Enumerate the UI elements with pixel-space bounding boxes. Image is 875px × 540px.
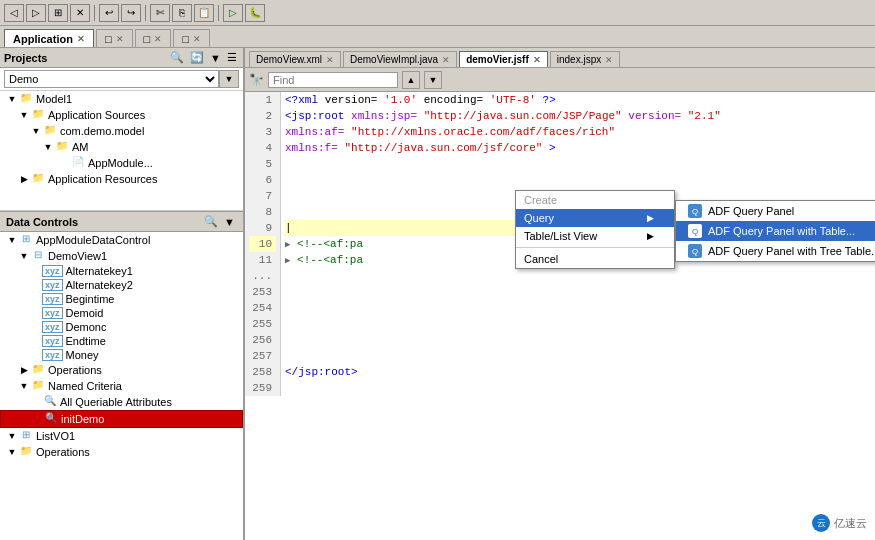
expand-am[interactable]: ▼ [42, 141, 54, 153]
layout-icon-btn[interactable]: ☰ [225, 50, 239, 65]
file-icon-appmodule: 📄 [70, 156, 86, 170]
tree-item-com-demo[interactable]: ▼ 📁 com.demo.model [0, 123, 243, 139]
tab-application[interactable]: Application ✕ [4, 29, 94, 47]
tree-item-model1[interactable]: ▼ 📁 Model1 [0, 91, 243, 107]
paste-button[interactable]: 📋 [194, 4, 214, 22]
ctx-item-cancel[interactable]: Cancel [516, 250, 674, 268]
sync-icon-btn[interactable]: 🔄 [188, 50, 206, 65]
nav-dropdown-btn[interactable]: ▼ [219, 70, 239, 88]
tab-index-jspx-label: index.jspx [557, 54, 601, 65]
tab-2[interactable]: □ ✕ [96, 29, 133, 47]
tree-item-app-resources[interactable]: ▶ 📁 Application Resources [0, 171, 243, 187]
forward-button[interactable]: ▷ [26, 4, 46, 22]
search-icon-btn[interactable]: 🔍 [168, 50, 186, 65]
ctx-sep [516, 247, 674, 248]
tree-item-begintime[interactable]: xyz Begintime [0, 292, 243, 306]
expand-app-sources[interactable]: ▼ [18, 109, 30, 121]
main-layout: Projects 🔍 🔄 ▼ ☰ Demo ▼ ▼ 📁 Model1 [0, 48, 875, 540]
expand-operations[interactable]: ▶ [18, 364, 30, 376]
db-icon-appmdc: ⊞ [18, 233, 34, 247]
tab-demovier-jsff-close[interactable]: ✕ [533, 55, 541, 65]
tree-item-app-sources[interactable]: ▼ 📁 Application Sources [0, 107, 243, 123]
tab-demoviewimpl-close[interactable]: ✕ [442, 55, 450, 65]
code-line-dots [285, 268, 871, 284]
tab-3[interactable]: □ ✕ [135, 29, 172, 47]
expand-demoview1[interactable]: ▼ [18, 250, 30, 262]
nav-dropdown-select[interactable]: Demo [4, 70, 219, 88]
tree-item-initdemo[interactable]: 🔍 initDemo [0, 410, 243, 428]
editor-content[interactable]: 1 2 3 4 5 6 7 8 9 10 11 ... 253 254 255 … [245, 92, 875, 540]
redo-button[interactable]: ↪ [121, 4, 141, 22]
tree-item-operations[interactable]: ▶ 📁 Operations [0, 362, 243, 378]
tab-application-close[interactable]: ✕ [77, 34, 85, 44]
tree-item-demonc[interactable]: xyz Demonc [0, 320, 243, 334]
find-prev-btn[interactable]: ▲ [402, 71, 420, 89]
tab-demoview-xml-close[interactable]: ✕ [326, 55, 334, 65]
find-next-btn[interactable]: ▼ [424, 71, 442, 89]
line-numbers: 1 2 3 4 5 6 7 8 9 10 11 ... 253 254 255 … [245, 92, 281, 396]
tab-application-label: Application [13, 33, 73, 45]
tab-2-close[interactable]: ✕ [116, 34, 124, 44]
sep2 [145, 5, 146, 21]
back-button[interactable]: ◁ [4, 4, 24, 22]
submenu-item-query-panel-tree[interactable]: Q ADF Query Panel with Tree Table... [676, 241, 875, 261]
tree-label-appmodule: AppModule... [88, 157, 153, 169]
tree-item-named-criteria[interactable]: ▼ 📁 Named Criteria [0, 378, 243, 394]
tree-item-altkey2[interactable]: xyz Alternatekey2 [0, 278, 243, 292]
code-line-5 [285, 156, 871, 172]
copy-button[interactable]: ⎘ [172, 4, 192, 22]
dc-filter-btn[interactable]: ▼ [222, 215, 237, 229]
expand-ops2[interactable]: ▼ [6, 446, 18, 458]
folder-icon-operations: 📁 [30, 363, 46, 377]
submenu-item-query-panel[interactable]: Q ADF Query Panel [676, 201, 875, 221]
close-button[interactable]: ✕ [70, 4, 90, 22]
find-input[interactable] [273, 74, 393, 86]
expand-com-demo[interactable]: ▼ [30, 125, 42, 137]
tree-item-listvo1[interactable]: ▼ ⊞ ListVO1 [0, 428, 243, 444]
tree-item-appmdc[interactable]: ▼ ⊞ AppModuleDataControl [0, 232, 243, 248]
expand-model1[interactable]: ▼ [6, 93, 18, 105]
expand-listvo1[interactable]: ▼ [6, 430, 18, 442]
expand-app-resources[interactable]: ▶ [18, 173, 30, 185]
filter-icon-btn[interactable]: ▼ [208, 51, 223, 65]
tree-item-ops2[interactable]: ▼ 📁 Operations [0, 444, 243, 460]
tab-4[interactable]: □ ✕ [173, 29, 210, 47]
debug-button[interactable]: 🐛 [245, 4, 265, 22]
tree-label-am: AM [72, 141, 89, 153]
editor-toolbar: 🔭 ▲ ▼ [245, 68, 875, 92]
cut-button[interactable]: ✄ [150, 4, 170, 22]
tab-index-jspx-close[interactable]: ✕ [605, 55, 613, 65]
ctx-item-table[interactable]: Table/List View ▶ [516, 227, 674, 245]
code-line-2: <jsp:root xmlns:jsp= "http://java.sun.co… [285, 108, 871, 124]
tab-4-close[interactable]: ✕ [193, 34, 201, 44]
tab-demoview-xml[interactable]: DemoView.xml ✕ [249, 51, 341, 67]
tab-demovier-jsff[interactable]: demoVier.jsff ✕ [459, 51, 548, 67]
expand-appmdc[interactable]: ▼ [6, 234, 18, 246]
tree-item-appmodule[interactable]: 📄 AppModule... [0, 155, 243, 171]
tree-item-endtime[interactable]: xyz Endtime [0, 334, 243, 348]
folder-icon-app-sources: 📁 [30, 108, 46, 122]
tree-item-all-queriable[interactable]: 🔍 All Queriable Attributes [0, 394, 243, 410]
code-line-255 [285, 316, 871, 332]
code-line-256 [285, 332, 871, 348]
xyz-badge-begintime: xyz [42, 293, 63, 305]
tree-item-money[interactable]: xyz Money [0, 348, 243, 362]
new-button[interactable]: ⊞ [48, 4, 68, 22]
tree-item-altkey1[interactable]: xyz Alternatekey1 [0, 264, 243, 278]
run-button[interactable]: ▷ [223, 4, 243, 22]
tab-index-jspx[interactable]: index.jspx ✕ [550, 51, 620, 67]
submenu-item-query-panel-table[interactable]: Q ADF Query Panel with Table... [676, 221, 875, 241]
data-controls-toolbar: 🔍 ▼ [202, 214, 237, 229]
main-toolbar: ◁ ▷ ⊞ ✕ ↩ ↪ ✄ ⎘ 📋 ▷ 🐛 [0, 0, 875, 26]
tab-demoviewimpl[interactable]: DemoViewImpl.java ✕ [343, 51, 457, 67]
dc-search-btn[interactable]: 🔍 [202, 214, 220, 229]
tab-3-close[interactable]: ✕ [154, 34, 162, 44]
tree-item-demoview1[interactable]: ▼ ⊟ DemoView1 [0, 248, 243, 264]
undo-button[interactable]: ↩ [99, 4, 119, 22]
expand-named-criteria[interactable]: ▼ [18, 380, 30, 392]
ctx-item-query[interactable]: Query ▶ [516, 209, 674, 227]
tree-item-demoid[interactable]: xyz Demoid [0, 306, 243, 320]
tree-item-am[interactable]: ▼ 📁 AM [0, 139, 243, 155]
watermark: 云 亿速云 [812, 514, 867, 532]
criteria-icon-initdemo: 🔍 [43, 412, 59, 426]
